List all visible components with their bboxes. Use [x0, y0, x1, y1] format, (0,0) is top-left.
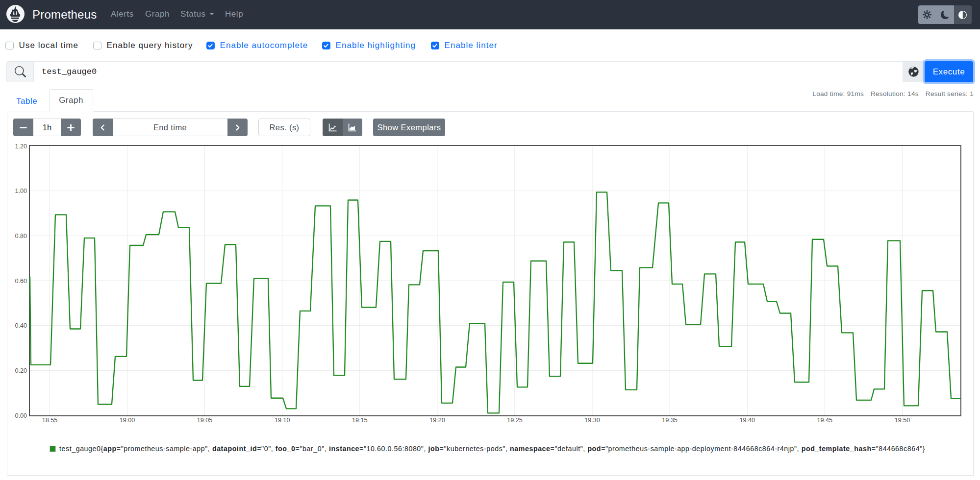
svg-text:19:00: 19:00	[120, 417, 135, 424]
svg-text:19:50: 19:50	[895, 417, 910, 424]
svg-text:19:15: 19:15	[352, 417, 368, 424]
svg-text:19:20: 19:20	[429, 417, 445, 424]
svg-text:19:30: 19:30	[584, 417, 600, 424]
svg-text:0.40: 0.40	[15, 322, 27, 329]
svg-text:1.00: 1.00	[15, 188, 27, 194]
svg-text:18:55: 18:55	[42, 417, 58, 424]
svg-text:0.60: 0.60	[15, 278, 27, 285]
svg-text:19:05: 19:05	[197, 417, 213, 424]
svg-text:1.20: 1.20	[15, 143, 27, 150]
svg-text:19:35: 19:35	[662, 417, 678, 424]
svg-text:0.80: 0.80	[15, 233, 27, 240]
svg-text:19:25: 19:25	[507, 417, 523, 424]
svg-text:0.00: 0.00	[15, 412, 27, 419]
svg-text:19:10: 19:10	[275, 417, 290, 424]
svg-text:19:45: 19:45	[817, 417, 833, 424]
svg-text:0.20: 0.20	[15, 367, 27, 374]
svg-text:19:40: 19:40	[739, 417, 755, 424]
